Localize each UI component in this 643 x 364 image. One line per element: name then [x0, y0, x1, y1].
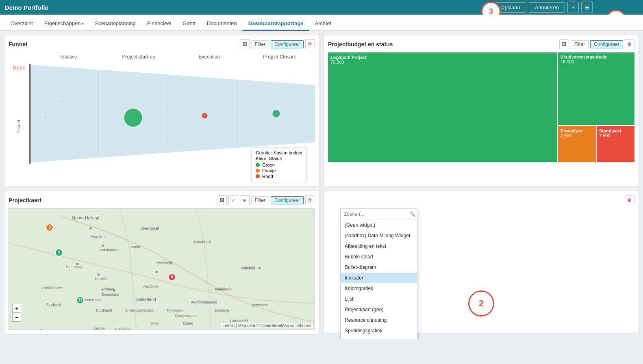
tab-financieel[interactable]: Financieel — [141, 17, 177, 31]
tab-gantt[interactable]: Gantt — [177, 17, 201, 31]
svg-text:Gelsenkirchen: Gelsenkirchen — [175, 314, 198, 318]
svg-point-9 — [73, 129, 75, 131]
marker-haarlem[interactable]: 3 — [46, 223, 54, 232]
marker-recklinghausen[interactable]: 5 — [168, 273, 176, 281]
widget-list: (Geen widget) (sandbox) Data Mining Widg… — [341, 220, 417, 339]
widget-item-resource[interactable]: Resource uitnutting — [341, 315, 417, 325]
tab-archief[interactable]: Archief — [309, 17, 337, 31]
zoom-in-button[interactable]: + — [12, 304, 21, 313]
logiquck-value: 75.000 — [330, 60, 555, 65]
svg-text:Paderborn: Paderborn — [215, 287, 232, 291]
empty-widget-actions: 🗑 — [625, 195, 634, 205]
widget-search-bar: 🔍 — [341, 209, 417, 220]
map-expand-button[interactable]: ⤢ — [228, 195, 238, 205]
svg-text:Luimburg: Luimburg — [114, 327, 130, 330]
grid-button[interactable]: ⊞ — [581, 2, 593, 13]
budget-delete-button[interactable]: 🗑 — [625, 39, 634, 49]
empty-widget: 🗑 🔍 (Geen widget) (sandbox) Data Mining … — [324, 191, 639, 333]
widget-item-spreiding[interactable]: Spreidingsgrafiek — [341, 325, 417, 336]
funnel-config-button[interactable]: Configureer — [271, 40, 304, 48]
svg-text:Zoetermeer: Zoetermeer — [83, 298, 102, 302]
map-layers-button[interactable]: ≡ — [240, 195, 250, 205]
marker-leuven[interactable]: 12 — [76, 296, 84, 304]
svg-point-16 — [155, 271, 157, 273]
funnel-actions: 🖼 Filter Configureer 🗑 — [240, 39, 315, 49]
groen-label: Groen — [262, 162, 275, 167]
widget-item-geen[interactable]: (Geen widget) — [341, 220, 417, 230]
map-image-button[interactable]: 🖼 — [217, 195, 227, 205]
svg-text:Bielefeld: Bielefeld — [241, 266, 255, 270]
tab-scenarioplanning[interactable]: Scenarioplanning — [89, 17, 141, 31]
map-zoom-controls: + − — [12, 304, 21, 322]
widget-item-afbeelding[interactable]: Afbeelding en tekst — [341, 241, 417, 251]
treemap: Logiquck Project 75.000 Uitrol procesorg… — [328, 52, 634, 162]
budget-filter-button[interactable]: Filter — [571, 40, 589, 48]
budget-image-button[interactable]: 🖼 — [559, 39, 569, 49]
oranje-label: Oranje — [262, 168, 276, 173]
budget-widget: Projectbudget en status 🖼 Filter Configu… — [324, 35, 639, 187]
svg-text:Brugge: Brugge — [41, 329, 54, 330]
widget-item-projectkaart[interactable]: Projectkaart (geo) — [341, 304, 417, 315]
map-svg: Noord-Holland Haarlem Amsterdam Den Haag… — [9, 209, 315, 330]
zoom-out-button[interactable]: − — [12, 313, 21, 322]
svg-text:Essen: Essen — [183, 321, 193, 325]
tab-eigenschappen[interactable]: Eigenschappen ▾ — [39, 17, 89, 31]
svg-text:Gelderland: Gelderland — [101, 292, 119, 297]
funnel-delete-button[interactable]: 🗑 — [305, 39, 315, 49]
map-widget: Projectkaart 🖼 ⤢ ≡ Filter Configureer 🗑 — [4, 191, 319, 335]
budget-config-button[interactable]: Configureer — [590, 40, 623, 48]
tab-dashboardrapportage[interactable]: Dashboardrapportage — [243, 17, 309, 31]
cancel-button[interactable]: Annuleren — [529, 2, 565, 13]
grootte-label: Grootte: — [256, 150, 272, 155]
widget-item-indicator[interactable]: Indicator — [341, 273, 417, 283]
add-button[interactable]: + — [567, 2, 579, 13]
main-content: Funnel 🖼 Filter Configureer 🗑 Geen Initi… — [0, 31, 643, 339]
svg-point-12 — [102, 245, 104, 247]
widget-search-input[interactable] — [342, 210, 409, 218]
widget-item-taart[interactable]: Taartdiagram — [341, 336, 417, 339]
svg-text:Siegen: Siegen — [183, 329, 194, 330]
funnel-title: Funnel — [9, 41, 27, 48]
map-delete-button[interactable]: 🗑 — [305, 195, 315, 205]
app-title: Demo Portfolio — [5, 4, 49, 11]
procedure-label: Procedure — [560, 128, 593, 133]
funnel-filter-button[interactable]: Filter — [251, 40, 269, 48]
funnel-image-button[interactable]: 🖼 — [240, 39, 250, 49]
empty-delete-button[interactable]: 🗑 — [625, 195, 634, 205]
svg-text:Noord-Holland: Noord-Holland — [72, 216, 100, 220]
marker-denhaag[interactable]: 2 — [55, 249, 63, 257]
svg-point-6 — [272, 110, 280, 117]
svg-text:Köln: Köln — [151, 321, 159, 325]
search-icon: 🔍 — [409, 211, 415, 217]
funnel-stage-labels: Initiative Project start-up Execution Pr… — [33, 52, 315, 60]
svg-text:Dusseldorf: Dusseldorf — [230, 319, 248, 323]
rood-dot — [256, 174, 260, 178]
legend-groen: Groen — [256, 162, 302, 167]
svg-text:Nijmegen: Nijmegen — [167, 308, 182, 312]
widget-item-bubblechart[interactable]: Bubble Chart — [341, 251, 417, 262]
kleur-value: Status — [269, 156, 282, 161]
treemap-uitrol: Uitrol procesorganisatie 16.000 — [558, 52, 634, 125]
budget-header: Projectbudget en status 🖼 Filter Configu… — [328, 39, 634, 49]
widget-item-kolom[interactable]: Kolomgrafiek — [341, 283, 417, 294]
widget-item-lijst[interactable]: Lijst — [341, 294, 417, 304]
procedure-value: 7.500 — [560, 133, 593, 138]
svg-point-11 — [89, 227, 91, 229]
svg-text:Belgie: Belgie — [93, 326, 105, 330]
stage-startup: Project start-up — [104, 52, 174, 60]
chevron-down-icon: ▾ — [82, 21, 84, 26]
widget-item-bullet[interactable]: Bullet-diagram — [341, 262, 417, 273]
tab-documenten[interactable]: Documenten — [201, 17, 243, 31]
svg-text:Enschede: Enschede — [156, 261, 173, 265]
funnel-header: Funnel 🖼 Filter Configureer 🗑 — [9, 39, 315, 49]
svg-point-8 — [44, 117, 46, 119]
budget-actions: 🖼 Filter Configureer 🗑 — [559, 39, 634, 49]
funnel-widget: Funnel 🖼 Filter Configureer 🗑 Geen Initi… — [4, 35, 319, 187]
widget-item-datamining[interactable]: (sandbox) Data Mining Widget — [341, 230, 417, 241]
svg-point-14 — [98, 273, 100, 275]
map-config-button[interactable]: Configureer — [271, 196, 304, 204]
tab-overzicht[interactable]: Overzicht — [5, 17, 39, 31]
svg-text:Zwolle: Zwolle — [130, 245, 141, 249]
svg-text:Den Haag: Den Haag — [66, 265, 83, 269]
map-filter-button[interactable]: Filter — [251, 196, 269, 204]
